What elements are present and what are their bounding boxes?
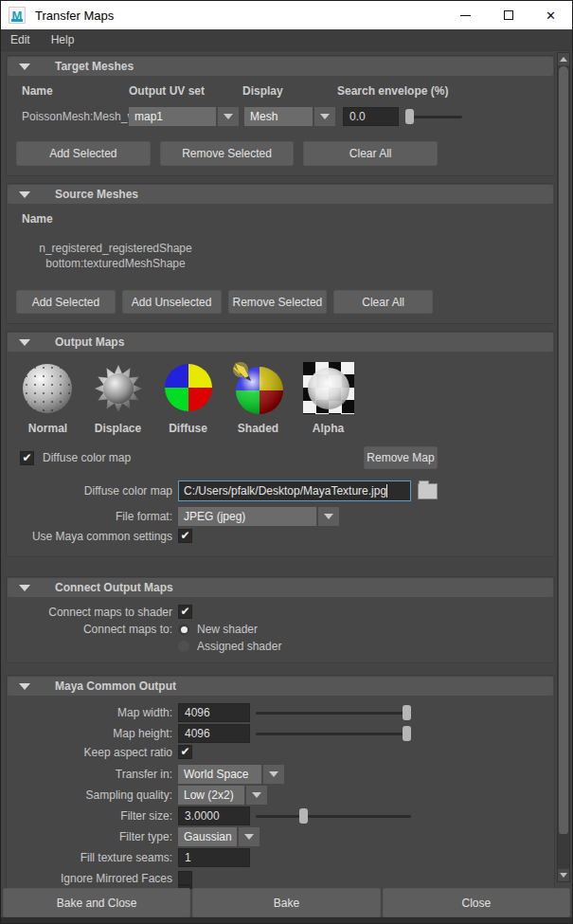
dropdown-arrow-button[interactable] — [239, 827, 260, 846]
search-envelope-slider[interactable] — [405, 109, 462, 124]
dropdown-arrow-button[interactable] — [218, 107, 239, 126]
sampling-quality-label: Sampling quality: — [7, 788, 178, 802]
menu-edit[interactable]: Edit — [10, 33, 30, 46]
close-icon: ✕ — [546, 9, 556, 22]
maximize-button[interactable] — [487, 1, 529, 29]
slider-handle[interactable] — [403, 705, 411, 720]
map-type-displace[interactable]: Displace — [92, 362, 144, 435]
minimize-icon — [460, 15, 471, 16]
collapse-arrow-icon — [19, 63, 30, 70]
use-common-label: Use Maya common settings — [7, 530, 178, 543]
dropdown-arrow-button[interactable] — [263, 765, 284, 784]
slider-handle[interactable] — [403, 726, 411, 741]
diffuse-path-input[interactable]: C:/Users/pfalk/Desktop/MayaTexture.jpg — [178, 480, 411, 501]
transfer-in-dropdown[interactable]: World Space — [178, 765, 284, 784]
minimize-button[interactable] — [444, 1, 487, 29]
file-format-label: File format: — [7, 510, 178, 523]
remove-map-button[interactable]: Remove Map — [364, 446, 438, 469]
title-bar: M Transfer Maps ✕ — [1, 1, 572, 29]
add-unselected-button[interactable]: Add Unselected — [122, 290, 222, 314]
close-button[interactable]: ✕ — [529, 1, 572, 29]
scroll-up-button[interactable] — [558, 53, 569, 65]
col-name: Name — [22, 84, 129, 98]
remove-selected-button[interactable]: Remove Selected — [228, 290, 328, 314]
alpha-checker-icon — [303, 362, 354, 414]
uv-set-dropdown[interactable]: map1 — [129, 107, 242, 126]
map-type-alpha[interactable]: Alpha — [302, 362, 354, 435]
slider-track — [405, 116, 462, 118]
dropdown-arrow-button[interactable] — [318, 507, 339, 526]
map-width-slider[interactable] — [256, 705, 411, 720]
filter-size-input[interactable]: 3.0000 — [178, 806, 250, 825]
target-mesh-row: PoissonMesh:Mesh_ve map1 Mesh 0.0 — [7, 100, 554, 132]
fill-texture-seams-input[interactable]: 1 — [178, 848, 250, 867]
target-meshes-header[interactable]: Target Meshes — [8, 57, 553, 76]
normal-sphere-icon — [23, 364, 72, 413]
bake-button[interactable]: Bake — [192, 888, 380, 917]
map-width-label: Map width: — [7, 706, 178, 719]
connect-maps-to-shader-checkbox[interactable] — [178, 605, 192, 619]
display-value: Mesh — [244, 107, 313, 126]
scroll-down-button[interactable] — [558, 869, 569, 881]
fill-seams-label: Fill texture seams: — [7, 851, 178, 864]
map-label: Displace — [95, 422, 141, 435]
close-dialog-button[interactable]: Close — [383, 888, 570, 917]
list-item[interactable]: n_registered_registeredShape — [7, 241, 224, 256]
output-maps-header[interactable]: Output Maps — [8, 333, 553, 352]
radio-new-shader[interactable] — [178, 624, 189, 635]
search-envelope-input[interactable]: 0.0 — [343, 107, 399, 126]
sampling-quality-value: Low (2x2) — [178, 786, 244, 805]
filter-size-label: Filter size: — [7, 809, 178, 823]
diffuse-sphere-icon — [163, 362, 214, 414]
source-meshes-title: Source Meshes — [55, 188, 138, 201]
file-format-dropdown[interactable]: JPEG (jpeg) — [178, 507, 339, 526]
map-type-normal[interactable]: Normal — [22, 362, 74, 435]
map-type-shaded[interactable]: Shaded — [232, 362, 284, 435]
filter-type-dropdown[interactable]: Gaussian — [178, 827, 260, 846]
diffuse-color-map-checkbox[interactable] — [20, 451, 34, 465]
sampling-quality-dropdown[interactable]: Low (2x2) — [178, 786, 267, 805]
bake-and-close-button[interactable]: Bake and Close — [3, 888, 190, 917]
slider-handle[interactable] — [405, 109, 414, 124]
add-selected-button[interactable]: Add Selected — [16, 141, 151, 166]
map-width-input[interactable]: 4096 — [178, 703, 250, 722]
dropdown-arrow-button[interactable] — [314, 107, 335, 126]
radio-assigned-shader[interactable] — [178, 641, 189, 652]
ignore-mirrored-faces-checkbox[interactable] — [178, 871, 192, 885]
filter-size-slider[interactable] — [256, 808, 411, 824]
slider-track — [256, 733, 411, 735]
scrollbar-thumb[interactable] — [559, 66, 568, 834]
map-height-slider[interactable] — [256, 726, 411, 741]
add-selected-button[interactable]: Add Selected — [16, 290, 116, 314]
map-label: Normal — [28, 422, 67, 435]
vertical-scrollbar[interactable] — [557, 52, 570, 882]
clear-all-button[interactable]: Clear All — [333, 290, 433, 314]
map-label: Diffuse — [169, 422, 207, 435]
menu-help[interactable]: Help — [51, 33, 75, 46]
folder-browse-icon[interactable] — [418, 483, 438, 499]
map-height-input[interactable]: 4096 — [178, 724, 250, 743]
map-type-diffuse[interactable]: Diffuse — [162, 362, 214, 435]
scroll-content: Target Meshes Name Output UV set Display… — [1, 51, 572, 889]
source-mesh-list[interactable]: n_registered_registeredShape bottom:text… — [7, 227, 554, 281]
ignore-mirrored-label: Ignore Mirrored Faces — [7, 872, 178, 885]
map-height-label: Map height: — [7, 727, 178, 740]
slider-track — [256, 815, 411, 818]
connect-output-maps-header[interactable]: Connect Output Maps — [8, 578, 553, 597]
remove-selected-button[interactable]: Remove Selected — [160, 141, 295, 166]
col-output-uv-set: Output UV set — [129, 84, 242, 98]
list-item[interactable]: bottom:texturedMeshShape — [7, 256, 224, 271]
chevron-down-icon — [320, 114, 330, 119]
keep-aspect-ratio-checkbox[interactable] — [178, 745, 192, 759]
slider-handle[interactable] — [299, 808, 308, 824]
use-maya-common-settings-checkbox[interactable] — [178, 529, 192, 543]
collapse-arrow-icon — [19, 585, 30, 591]
source-meshes-header[interactable]: Source Meshes — [8, 185, 553, 204]
section-source-meshes: Source Meshes Name n_registered_register… — [6, 183, 555, 324]
transfer-maps-window: M Transfer Maps ✕ Edit Help Target Meshe… — [0, 0, 573, 924]
connect-to-label: Connect maps to: — [7, 623, 178, 636]
dropdown-arrow-button[interactable] — [246, 786, 267, 805]
maya-common-output-header[interactable]: Maya Common Output — [8, 677, 553, 696]
display-dropdown[interactable]: Mesh — [244, 107, 339, 126]
clear-all-button[interactable]: Clear All — [303, 141, 438, 166]
